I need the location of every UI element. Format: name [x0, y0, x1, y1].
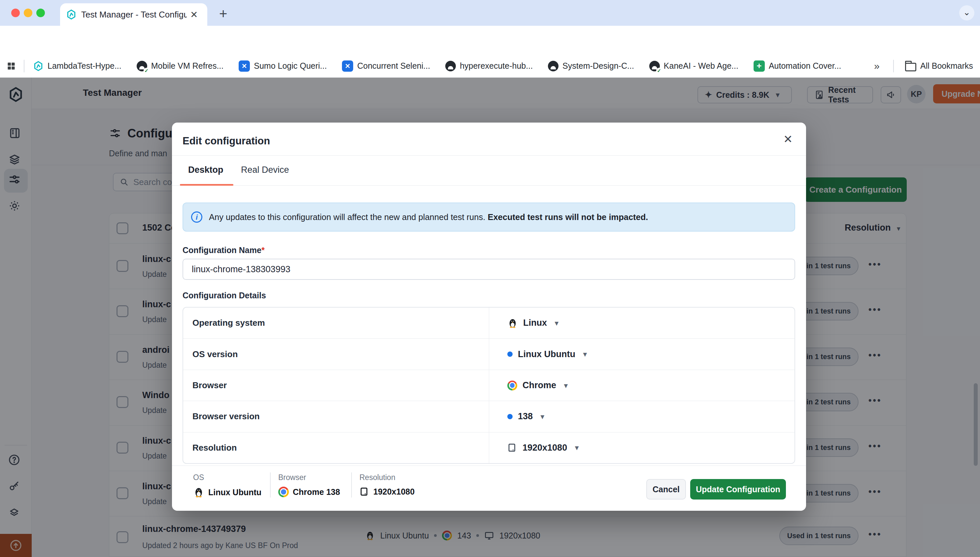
browser-version-select[interactable]: 138 ▾: [489, 401, 795, 432]
banner-bold-text: Executed test runs will not be impacted.: [488, 212, 648, 221]
apps-grid-icon[interactable]: [6, 62, 16, 71]
github-check-icon: [137, 61, 147, 72]
bookmarks-divider: [893, 60, 894, 72]
info-banner: i Any updates to this configuration will…: [183, 202, 795, 231]
chrome-icon: [278, 487, 289, 497]
chevron-down-icon: ▾: [575, 444, 579, 452]
browser-select[interactable]: Chrome ▾: [489, 370, 795, 401]
bookmark-item[interactable]: KaneAI - Web Age...: [649, 61, 738, 72]
cancel-button[interactable]: Cancel: [646, 479, 686, 500]
github-icon: [548, 61, 558, 72]
folder-icon: [905, 63, 916, 72]
macos-maximize-button[interactable]: [36, 8, 45, 17]
bookmark-item[interactable]: Mobile VM Refres...: [137, 61, 224, 72]
required-asterisk: *: [261, 246, 265, 255]
footer-stat-browser: Browser Chrome 138: [278, 473, 340, 497]
operating-system-select[interactable]: Linux ▾: [489, 308, 795, 338]
bookmarks-divider: [24, 60, 24, 72]
modal-title: Edit configuration: [183, 135, 270, 147]
chevron-down-icon: ▾: [583, 350, 587, 358]
modal-tabs: Desktop Real Device: [172, 156, 806, 186]
macos-minimize-button[interactable]: [24, 8, 32, 17]
blue-dot-icon: [507, 352, 513, 357]
macos-close-button[interactable]: [11, 8, 20, 17]
sumo-logic-icon: ✕: [239, 60, 250, 72]
browser-tab[interactable]: Test Manager - Test Configur ✕: [60, 3, 207, 26]
active-tab-underline: [180, 184, 234, 186]
detail-row-browser: Browser Chrome ▾: [183, 370, 795, 401]
bookmark-item[interactable]: LambdaTest-Hype...: [33, 61, 122, 72]
bookmarks-bar: LambdaTest-Hype... Mobile VM Refres... ✕…: [0, 54, 980, 78]
footer-stat-resolution: Resolution 1920x1080: [359, 473, 415, 497]
configuration-name-label: Configuration Name*: [183, 246, 265, 255]
all-bookmarks-button[interactable]: All Bookmarks: [905, 61, 973, 72]
sumo-logic-icon: ✕: [342, 60, 353, 72]
modal-close-icon[interactable]: ✕: [783, 132, 793, 146]
lambdatest-favicon: [66, 9, 76, 20]
configuration-name-input[interactable]: [183, 259, 795, 280]
bookmark-item[interactable]: + Automation Cover...: [754, 60, 841, 72]
os-version-select[interactable]: Linux Ubuntu ▾: [489, 339, 795, 369]
bookmark-item[interactable]: System-Design-C...: [548, 61, 634, 72]
banner-text: Any updates to this configuration will a…: [209, 212, 488, 221]
bookmark-item[interactable]: ✕ Concurrent Seleni...: [342, 60, 430, 72]
chrome-icon: [507, 381, 517, 391]
tab-real-device[interactable]: Real Device: [241, 165, 289, 175]
configuration-details-label: Configuration Details: [183, 291, 266, 300]
modal-footer: OS Linux Ubuntu Browser Chrome 138 Resol…: [172, 466, 806, 511]
tab-title: Test Manager - Test Configur: [81, 10, 187, 20]
browser-tab-strip: Test Manager - Test Configur ✕ + ⌄: [0, 0, 980, 26]
detail-row-browser-version: Browser version 138 ▾: [183, 401, 795, 432]
detail-row-operating-system: Operating system Linux ▾: [183, 308, 795, 339]
sheets-icon: +: [754, 60, 765, 72]
github-icon: [445, 61, 456, 72]
blue-dot-icon: [507, 414, 513, 419]
bookmark-item[interactable]: hyperexecute-hub...: [445, 61, 533, 72]
monitor-icon: [507, 443, 517, 453]
footer-stat-divider: [351, 472, 352, 498]
bookmarks-overflow-icon[interactable]: »: [874, 60, 879, 72]
lambdatest-icon: [33, 61, 44, 72]
resolution-select[interactable]: 1920x1080 ▾: [489, 432, 795, 463]
footer-stat-divider: [270, 472, 271, 498]
detail-row-resolution: Resolution 1920x1080 ▾: [183, 432, 795, 463]
configuration-details-table: Operating system Linux ▾ OS version Linu…: [183, 307, 795, 464]
new-tab-button[interactable]: +: [219, 6, 227, 22]
browser-toolbar: ← → ↻ test-manager.lambdatest.com/config…: [0, 26, 980, 54]
tab-close-icon[interactable]: ✕: [190, 9, 198, 20]
chevron-down-icon: ▾: [541, 413, 544, 420]
chevron-down-icon: ▾: [555, 319, 558, 327]
bookmark-item[interactable]: ✕ Sumo Logic Queri...: [239, 60, 327, 72]
chevron-down-icon: ▾: [564, 381, 568, 389]
footer-stat-os: OS Linux Ubuntu: [193, 473, 261, 498]
edit-configuration-modal: Edit configuration ✕ Desktop Real Device…: [172, 122, 806, 511]
tab-desktop[interactable]: Desktop: [188, 165, 224, 175]
update-configuration-button[interactable]: Update Configuration: [690, 479, 786, 500]
linux-icon: [193, 487, 204, 498]
monitor-icon: [359, 487, 369, 497]
tab-search-chevron-icon[interactable]: ⌄: [959, 5, 974, 21]
detail-row-os-version: OS version Linux Ubuntu ▾: [183, 339, 795, 370]
info-icon: i: [191, 212, 202, 223]
github-check-icon: [649, 61, 660, 72]
linux-icon: [507, 318, 518, 328]
